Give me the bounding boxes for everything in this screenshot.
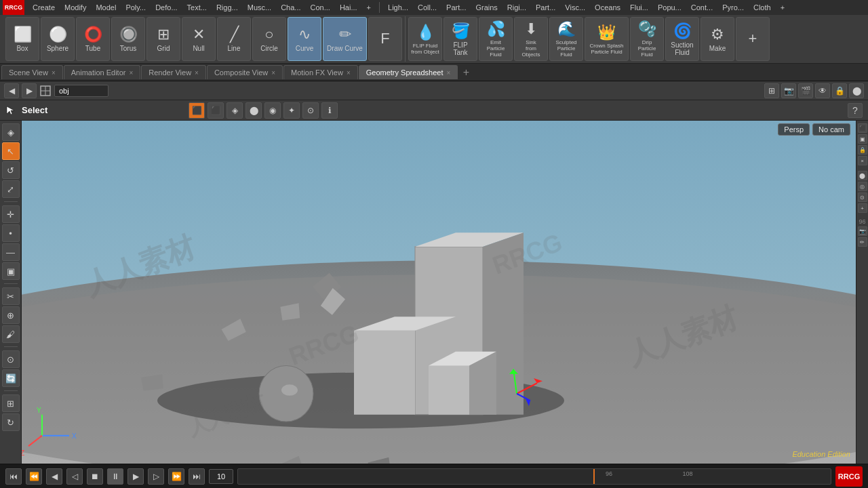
menu2-part[interactable]: Part...	[442, 2, 470, 13]
left-tool-rotate[interactable]: ↺	[2, 161, 20, 179]
tool-tube[interactable]: ⭕ Tube	[76, 17, 110, 61]
left-tool-paint[interactable]: 🖌	[2, 325, 20, 343]
menu-poly[interactable]: Poly...	[121, 2, 150, 13]
menu-musc[interactable]: Musc...	[243, 2, 275, 13]
tool-sink[interactable]: ⬇ Sinkfrom Objects	[514, 17, 548, 61]
menu2-rigi[interactable]: Rigi...	[503, 2, 530, 13]
left-tool-face[interactable]: ▣	[2, 262, 20, 280]
tab-composite-view-close[interactable]: ×	[271, 69, 275, 77]
tool-draw-curve[interactable]: ✏ Draw Curve	[323, 17, 367, 61]
tab-animation-editor-close[interactable]: ×	[129, 69, 133, 77]
menu-cha[interactable]: Cha...	[277, 2, 304, 13]
left-tool-magnet[interactable]: ⊕	[2, 306, 20, 324]
tab-scene-view-close[interactable]: ×	[52, 69, 56, 77]
tool-curve[interactable]: ∿ Curve	[288, 17, 321, 61]
play-back-btn[interactable]: ◁	[66, 468, 83, 485]
circle-btn[interactable]: ⬤	[849, 83, 864, 98]
select-icon-7[interactable]: ⊙	[302, 102, 319, 119]
tool-circle[interactable]: ○ Circle	[252, 17, 286, 61]
frame-number-input[interactable]	[209, 469, 233, 484]
tool-make[interactable]: ⚙ Make	[701, 17, 734, 61]
select-icon-2[interactable]: ⬛	[208, 102, 224, 119]
left-tool-camera-nav[interactable]: ⊙	[2, 350, 20, 368]
left-tool-group[interactable]: ⊞	[2, 394, 20, 412]
menu-plus[interactable]: +	[363, 2, 375, 13]
tool-crown-splash[interactable]: 👑 Crown SplashParticle Fluid	[585, 17, 629, 61]
menu-rigg[interactable]: Rigg...	[212, 2, 242, 13]
menu-defo[interactable]: Defo...	[151, 2, 181, 13]
tab-add-button[interactable]: +	[458, 65, 473, 80]
menu2-grains[interactable]: Grains	[471, 2, 501, 13]
timeline-bar[interactable]: 96 108	[237, 468, 831, 485]
select-icon-info[interactable]: ℹ	[321, 102, 338, 119]
camera-dropdown[interactable]: Persp	[778, 123, 810, 136]
left-tool-rotate2[interactable]: ↻	[2, 413, 20, 431]
display-icon[interactable]: 👁	[815, 83, 830, 98]
pause-btn[interactable]: ⏸	[107, 468, 123, 485]
skip-to-start-btn[interactable]: ⏮	[5, 468, 22, 485]
tab-motion-fx-view[interactable]: Motion FX View ×	[283, 65, 358, 79]
prev-keyframe-btn[interactable]: ⏪	[26, 468, 42, 485]
tab-motion-fx-view-close[interactable]: ×	[347, 69, 351, 77]
render-icon[interactable]: 🎬	[798, 83, 813, 98]
tab-geometry-spreadsheet[interactable]: Geometry Spreadsheet ×	[359, 65, 458, 79]
menu2-cont[interactable]: Cont...	[687, 2, 717, 13]
tool-flip-fluid[interactable]: 💧 FLIP Fluidfrom Object	[408, 17, 442, 61]
menu2-flui[interactable]: Flui...	[626, 2, 652, 13]
tool-drip-particle[interactable]: 🫧 DripParticle Fluid	[630, 17, 664, 61]
menu2-ligh[interactable]: Ligh...	[384, 2, 412, 13]
viewport[interactable]: X Y Z 人人素材 RRCG RRCG 人人素材 人人素材	[22, 121, 856, 464]
nav-forward[interactable]: ▶	[22, 83, 37, 98]
select-icon-points[interactable]: ⬛	[189, 102, 205, 119]
tool-null[interactable]: ✕ Null	[182, 17, 216, 61]
select-icon-4[interactable]: ⬤	[245, 102, 262, 119]
tool-extra[interactable]: +	[736, 17, 770, 61]
stop-btn[interactable]: ⏹	[87, 468, 103, 485]
menu2-coll[interactable]: Coll...	[414, 2, 441, 13]
prev-frame-btn[interactable]: ◀	[46, 468, 62, 485]
skip-to-end-btn[interactable]: ⏭	[189, 468, 205, 485]
nav-back[interactable]: ◀	[4, 83, 19, 98]
right-tool-3[interactable]: 🔒	[858, 145, 867, 155]
tool-grid[interactable]: ⊞ Grid	[146, 17, 180, 61]
lock-icon[interactable]: 🔒	[832, 83, 847, 98]
tool-flip-tank[interactable]: 🪣 FLIP Tank	[443, 17, 477, 61]
tool-sculpted-particle[interactable]: 🌊 SculptedParticle Fluid	[549, 17, 583, 61]
tool-box[interactable]: ⬜ Box	[5, 17, 39, 61]
left-tool-arrow[interactable]: ↖	[2, 142, 20, 160]
left-tool-orbit[interactable]: 🔄	[2, 369, 20, 387]
select-icon-3[interactable]: ◈	[226, 102, 243, 119]
menu2-oceans[interactable]: Oceans	[591, 2, 625, 13]
menu-con[interactable]: Con...	[307, 2, 334, 13]
right-tool-pencil[interactable]: ✏	[858, 237, 867, 247]
tool-suction-fluid[interactable]: 🌀 Suction Fluid	[665, 17, 699, 61]
menu2-plus[interactable]: +	[776, 2, 789, 13]
right-tool-2[interactable]: ▣	[858, 134, 867, 144]
right-tool-1[interactable]: ⬛	[858, 123, 867, 133]
nocam-dropdown[interactable]: No cam	[812, 123, 850, 136]
layout-icon[interactable]: ⊞	[764, 83, 779, 98]
left-tool-knife[interactable]: ✂	[2, 287, 20, 305]
left-tool-vertex[interactable]: •	[2, 224, 20, 242]
left-tool-edge[interactable]: —	[2, 243, 20, 261]
next-keyframe-btn[interactable]: ⏩	[168, 468, 184, 485]
menu2-part2[interactable]: Part...	[532, 2, 559, 13]
left-tool-select[interactable]: ◈	[2, 123, 20, 141]
help-icon[interactable]: ?	[848, 103, 863, 118]
menu-model[interactable]: Model	[92, 2, 120, 13]
right-tool-5[interactable]: ⬤	[858, 171, 867, 180]
menu-modify[interactable]: Modify	[60, 2, 90, 13]
camera-icon[interactable]: 📷	[781, 83, 796, 98]
tool-line[interactable]: ╱ Line	[217, 17, 251, 61]
right-tool-cam[interactable]: 📷	[858, 226, 867, 236]
menu-create[interactable]: Create	[28, 2, 59, 13]
tab-render-view-close[interactable]: ×	[195, 69, 199, 77]
menu-text[interactable]: Text...	[183, 2, 211, 13]
tool-f[interactable]: F	[368, 17, 402, 61]
select-icon-6[interactable]: ✦	[283, 102, 300, 119]
tab-scene-view[interactable]: Scene View ×	[1, 65, 63, 79]
play-btn[interactable]: ▶	[127, 468, 144, 485]
obj-path-input[interactable]	[54, 85, 108, 97]
next-frame-btn[interactable]: ▷	[148, 468, 164, 485]
right-tool-4[interactable]: ×	[858, 156, 867, 165]
